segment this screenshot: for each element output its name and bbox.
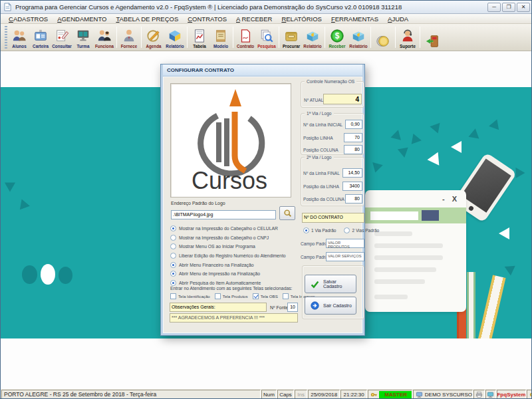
menu-ferramentas[interactable]: FERRAMENTAS bbox=[327, 15, 382, 23]
group-via2: 2ª Via / Logo Nº da Linha FINAL 14,50 Po… bbox=[301, 157, 364, 206]
staff-icon bbox=[97, 28, 112, 44]
numero-atual-input[interactable]: 4 bbox=[323, 94, 362, 104]
mock-close-glyph: X bbox=[452, 195, 457, 203]
search-documents-icon bbox=[259, 28, 274, 44]
toolbar-separator bbox=[420, 27, 420, 48]
numero-contrato-input[interactable]: Nº DO CONTRATO bbox=[302, 213, 364, 223]
minimize-button[interactable]: ─ bbox=[487, 3, 501, 12]
toolbar-separator bbox=[370, 27, 371, 48]
wallpaper-triangle bbox=[499, 227, 509, 239]
wallpaper-triangle bbox=[398, 148, 410, 159]
window-titlebar: Programa para Gerenciar Cursos e Agendam… bbox=[1, 1, 532, 14]
telas-row: Tela Identificação Tela Produtos Tela OB… bbox=[170, 293, 315, 299]
menu-contratos[interactable]: CONTRATOS bbox=[184, 15, 231, 23]
option-menu-financeiro[interactable]: Abrir Menu Financeiro na Finalização bbox=[170, 261, 254, 268]
logo-text: Cursos bbox=[192, 167, 267, 194]
wallpaper-triangle bbox=[489, 118, 502, 130]
linha-inicial-input[interactable]: 0,90 bbox=[345, 120, 362, 129]
status-date: 25/09/2018 bbox=[308, 390, 340, 399]
toolbar-button-contrato[interactable]: Contrato bbox=[235, 24, 256, 51]
mock-window-content bbox=[365, 223, 466, 299]
toolbar-button-relatorio-1[interactable]: Relatório bbox=[164, 24, 186, 51]
menu-a-receber[interactable]: A RECEBER bbox=[232, 15, 276, 23]
toolbar-button-tabela[interactable]: Tabela bbox=[189, 24, 210, 51]
toolbar-button-agenda[interactable]: Agenda bbox=[143, 24, 164, 51]
checkbox bbox=[170, 293, 176, 299]
report-box-icon bbox=[351, 28, 366, 44]
toolbar-button-moeda[interactable] bbox=[372, 24, 394, 51]
radio bbox=[170, 225, 176, 231]
posicao-coluna-input[interactable]: 80 bbox=[344, 145, 362, 154]
toolbar-separator bbox=[187, 27, 188, 48]
toolbar-separator bbox=[116, 27, 117, 48]
radio bbox=[170, 262, 176, 268]
logo-path-input[interactable]: .\BITMAP\logo4.jpg bbox=[171, 210, 276, 219]
students-icon bbox=[12, 28, 27, 44]
toolbar-button-suporte[interactable]: Suporte bbox=[397, 24, 418, 51]
status-system-panel: DEMO SYSCURSO 2.0 bbox=[413, 390, 473, 399]
linha-final-input[interactable]: 14,50 bbox=[342, 168, 362, 178]
option-liberar-edicao[interactable]: Liberar Edição do Registro Numérico do A… bbox=[170, 252, 286, 259]
toolbar-button-relatorio-2[interactable]: Relatório bbox=[302, 24, 323, 51]
contract-document-icon bbox=[238, 28, 253, 44]
document-pencil-icon bbox=[55, 28, 69, 44]
checkbox bbox=[283, 293, 289, 299]
font-size-input[interactable]: 10 bbox=[287, 303, 298, 312]
toolbar-button-consultar[interactable]: Consultar bbox=[51, 24, 72, 51]
toolbar-button-procurar[interactable]: Procurar bbox=[281, 24, 302, 51]
radio-1-via-padrao[interactable]: 1 Via Padrão bbox=[303, 227, 336, 233]
status-num: Num bbox=[261, 390, 277, 399]
radio bbox=[170, 243, 176, 249]
posicao-linha-input[interactable]: 70 bbox=[344, 133, 362, 142]
status-lock-panel bbox=[527, 390, 532, 399]
checkbox bbox=[253, 293, 259, 299]
checkbox-tela-obs[interactable]: Tela OBS bbox=[253, 293, 278, 299]
option-celular[interactable]: Mostrar na Impressão do Cabeçalho o CELU… bbox=[170, 225, 278, 231]
toolbar-button-sair[interactable] bbox=[422, 24, 443, 51]
printer-icon bbox=[475, 391, 483, 398]
toolbar-button-carteira[interactable]: Carteira bbox=[30, 24, 51, 51]
toolbar-button-receber[interactable]: $ Receber bbox=[327, 24, 348, 51]
parchment-icon bbox=[213, 28, 228, 44]
posicao-coluna2-input[interactable]: 80 bbox=[345, 194, 362, 203]
wallpaper-triangle bbox=[412, 134, 423, 146]
check-icon bbox=[311, 280, 319, 289]
toolbar-button-modelo[interactable]: Modelo bbox=[210, 24, 231, 51]
wallpaper-dot bbox=[41, 264, 55, 285]
observacoes-input[interactable]: Observações Gerais: bbox=[170, 303, 267, 312]
salvar-cadastro-button[interactable]: Salvar Cadastro bbox=[305, 275, 356, 293]
radio-2-vias-padrao[interactable]: 2 Vias Padrão bbox=[344, 227, 379, 233]
toolbar-button-pesquisa[interactable]: Pesquisa bbox=[256, 24, 277, 51]
menu-tabela-de-precos[interactable]: TABELA DE PREÇOS bbox=[112, 15, 182, 23]
campo-padrao-input-2[interactable]: VALOR SERVIÇOS bbox=[326, 252, 364, 261]
toolbar-button-turma[interactable]: Turma bbox=[72, 24, 94, 51]
toolbar-button-alunos[interactable]: Alunos bbox=[9, 24, 30, 51]
menu-relatorios[interactable]: RELATÓRIOS bbox=[277, 15, 326, 23]
menu-bar: CADASTROS AGENDAMENTO TABELA DE PREÇOS C… bbox=[1, 14, 532, 24]
menu-ajuda[interactable]: AJUDA bbox=[384, 15, 412, 23]
checkbox-tela-produtos[interactable]: Tela Produtos bbox=[215, 293, 248, 299]
option-cnpj[interactable]: Mostrar na Impressão do Cabeçalho o CNPJ bbox=[170, 234, 269, 241]
menu-agendamento[interactable]: AGENDAMENTO bbox=[53, 15, 110, 23]
mensagem-input[interactable]: *** AGRADECEMOS A PREFERENCIA !!! *** bbox=[170, 313, 298, 323]
svg-text:$: $ bbox=[335, 31, 340, 41]
dialog-titlebar[interactable]: CONFIGURAR CONTRATO bbox=[163, 65, 362, 76]
close-button[interactable]: ✕ bbox=[517, 3, 530, 12]
status-bar: PORTO ALEGRE - RS 25 de Setembro de 2018… bbox=[1, 388, 532, 399]
toolbar-button-funciona[interactable]: Funciona bbox=[94, 24, 115, 51]
option-menu-os[interactable]: Mostrar Menu OS ao Iniciar Programa bbox=[170, 243, 255, 249]
toolbar-button-fornece[interactable]: Fornece bbox=[118, 24, 140, 51]
drawer-icon bbox=[284, 28, 299, 44]
sair-cadastro-button[interactable]: Sair Cadastro bbox=[305, 297, 356, 315]
toolbar-button-relatorio-3[interactable]: Relatório bbox=[348, 24, 369, 51]
table-document-icon bbox=[192, 28, 207, 44]
menu-cadastros[interactable]: CADASTROS bbox=[5, 15, 52, 23]
browse-logo-button[interactable] bbox=[279, 206, 295, 220]
posicao-linha2-input[interactable]: 3400 bbox=[342, 182, 362, 191]
option-pesquisa-item[interactable]: Abrir Pesquisa do Item Automaticamente bbox=[170, 279, 261, 286]
radio bbox=[170, 235, 176, 241]
checkbox-tela-identificacao[interactable]: Tela Identificação bbox=[170, 293, 210, 299]
campo-padrao-input-1[interactable]: VALOR PRODUTOS bbox=[326, 239, 364, 248]
restore-button[interactable]: ❐ bbox=[502, 3, 515, 12]
option-menu-impressao[interactable]: Abrir Menu de Impressão na Finalização bbox=[170, 270, 260, 277]
